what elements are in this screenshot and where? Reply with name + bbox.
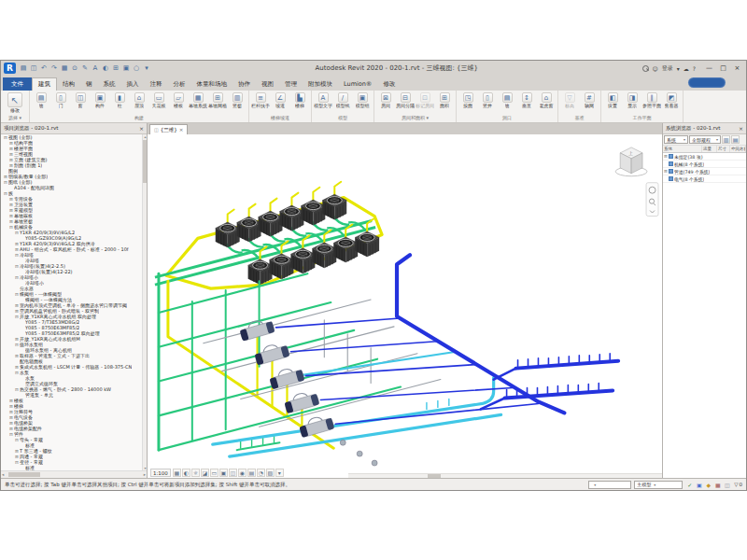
text-icon[interactable]: A [91,63,100,74]
cooling-tower-block[interactable] [155,182,382,288]
blue-manifold-upper[interactable] [516,361,619,369]
ribbon-tab[interactable]: 附加模块 [303,77,338,91]
maximize-button[interactable]: □ [717,63,729,74]
system-row[interactable]: 电气(8 个系统) [663,175,746,183]
worksharing-display-icon[interactable]: ▣ [695,481,703,489]
green-branch-pipes[interactable] [159,273,401,450]
drawing-area[interactable]: 上 1:100 ▦◐☼◪▭▣◫◉▤◔▧ [148,134,662,478]
close-icon[interactable]: × [739,125,743,132]
minimize-button[interactable]: — [703,63,715,74]
ribbon-tab[interactable]: 插入 [121,77,145,91]
scrollbar-thumb[interactable] [428,474,441,478]
system-row[interactable]: ⊞ 管道(749 个系统) [663,168,746,175]
ribbon-button[interactable]: # 轴网 [580,91,599,108]
ribbon-tab[interactable]: 系统 [98,77,121,91]
redo-icon[interactable]: ↷ [49,63,59,74]
switch-windows-icon[interactable]: ○ [132,63,141,74]
view-select[interactable]: 系统▾ [664,135,688,144]
tree-vertical-scrollbar[interactable]: ▴ ▾ [142,134,147,470]
ribbon-button[interactable]: ⊟ 房间分隔 [396,91,415,108]
ribbon-button[interactable]: ◩ 查看器 [662,91,681,108]
ribbon-button[interactable]: ◫ 窗 [71,91,90,108]
ribbon-tab[interactable]: 修改 [377,77,401,91]
ribbon-button[interactable]: ▥ 竖梃 [228,91,247,108]
sun-path-icon[interactable]: ☼ [191,469,200,477]
tree-horizontal-scrollbar[interactable]: ◂ ▸ [1,470,147,478]
ribbon-button[interactable]: ▮ 柱 [110,91,129,108]
ribbon-button[interactable]: ⊞ 幕墙网格 [208,91,227,108]
print-icon[interactable]: ▦ [60,63,69,74]
ribbon-tab[interactable]: Lumion® [338,77,377,91]
cyan-return-pipe[interactable] [213,378,494,445]
file-tab[interactable]: 文件 [3,77,32,91]
view-scale-button[interactable]: 1:100 [150,469,171,477]
communication-center-icon[interactable]: ☁ [684,65,689,72]
customize-qat-icon[interactable]: ▾ [142,63,151,74]
ribbon-tab[interactable]: 体量和场地 [191,77,233,91]
ribbon-button[interactable]: ▣ 构件 [91,91,109,108]
save-icon[interactable]: ◫ [29,63,38,74]
ribbon-tab[interactable]: 建筑 [32,77,57,91]
ribbon-button[interactable]: ∠ 坡道 [271,91,289,108]
model-3d-view[interactable]: 上 [148,134,662,478]
ribbon-button[interactable]: ◧ 设置 [603,91,622,108]
signin-caret-icon[interactable]: ▾ [677,65,680,72]
design-option-select[interactable]: 主模型▾ [634,481,683,489]
ribbon-button[interactable]: ⊞ 面积 [435,91,454,108]
ribbon-button[interactable]: ▯ 门 [51,91,70,108]
reveal-hidden-elements-icon[interactable]: ◉ [238,469,247,477]
ribbon-button[interactable]: ▱ 楼板 [169,91,188,108]
ribbon-tab[interactable]: 视图 [256,77,279,91]
selection-filter[interactable]: ▽ 0 [734,482,742,487]
scrollbar-thumb[interactable] [8,472,40,477]
ribbon-tab[interactable]: 钢 [80,77,98,91]
ribbon-button[interactable]: ↖ 修改 [3,91,27,113]
autofit-columns-icon[interactable]: ▥ [722,135,730,144]
ribbon-button[interactable]: ◳ 按面 [458,91,477,108]
application-menu-button[interactable]: R [4,63,16,74]
thin-lines-icon[interactable]: ▣ [121,63,131,74]
canvas-horizontal-scrollbar[interactable] [348,473,662,478]
aligned-dimension-icon[interactable]: ✎ [80,63,90,74]
background-processes-icon[interactable]: ◫ [723,481,731,489]
close-icon[interactable]: × [139,125,144,132]
show-analytical-model-icon[interactable]: ◔ [257,469,265,477]
discipline-select[interactable]: 全部规程▾ [689,135,721,144]
search-icon[interactable] [642,65,649,72]
system-row[interactable]: ⊞ 未指定(38 项) [663,153,746,161]
scrollbar-thumb[interactable] [143,140,147,183]
ribbon-button[interactable]: ◨ 显示 [623,91,641,108]
ribbon-button[interactable]: A 模型文字 [314,91,332,108]
ribbon-button[interactable]: ▽ 标高 [560,91,579,108]
signin-button[interactable]: 登录 [662,64,673,73]
workset-select[interactable]: ▾ [588,481,631,489]
column-settings-icon[interactable]: ▤ [731,135,740,144]
ribbon-button[interactable]: ▤ 墙 [498,91,516,108]
ribbon-button[interactable]: ∥ 参照平面 [642,91,661,108]
crop-view-icon[interactable]: ▭ [210,469,218,477]
ribbon-button[interactable]: ⊡ 标记房间 [416,91,434,108]
ribbon-button[interactable]: ≡ 栏杆扶手 [251,91,270,108]
ribbon-button[interactable]: / 模型线 [333,91,352,108]
default-3d-view-icon[interactable]: ◐ [101,63,110,74]
exclude-options-icon[interactable]: ◆ [704,481,712,489]
ribbon-button[interactable]: ⌂ 屋顶 [130,91,148,108]
visual-style-icon[interactable]: ◐ [182,469,190,477]
plugin-highlight-button[interactable] [688,77,726,88]
open-icon[interactable]: ▤ [19,63,28,74]
piping-network[interactable] [159,255,618,456]
temporary-hide-isolate-icon[interactable]: ◫ [229,469,237,477]
ribbon-button[interactable]: ⊠ 房间 [376,91,395,108]
ribbon-button[interactable]: ▦ 幕墙系统 [189,91,207,108]
expand-icon[interactable]: ▾ [275,469,284,477]
displacement-icon[interactable]: ▧ [266,469,275,477]
ribbon-tab[interactable]: 结构 [57,77,80,91]
ribbon-button[interactable]: ▣ 模型组 [353,91,372,108]
cyan-stubs[interactable] [427,399,449,409]
detail-level-icon[interactable]: ▦ [173,469,181,477]
shadows-icon[interactable]: ◪ [201,469,209,477]
ribbon-tab[interactable]: 分析 [168,77,191,91]
system-browser-titlebar[interactable]: 系统浏览器 - 020-1.rvt × [663,123,746,134]
close-view-icon[interactable]: × [179,127,184,133]
ribbon-tab[interactable]: 注释 [145,77,168,91]
